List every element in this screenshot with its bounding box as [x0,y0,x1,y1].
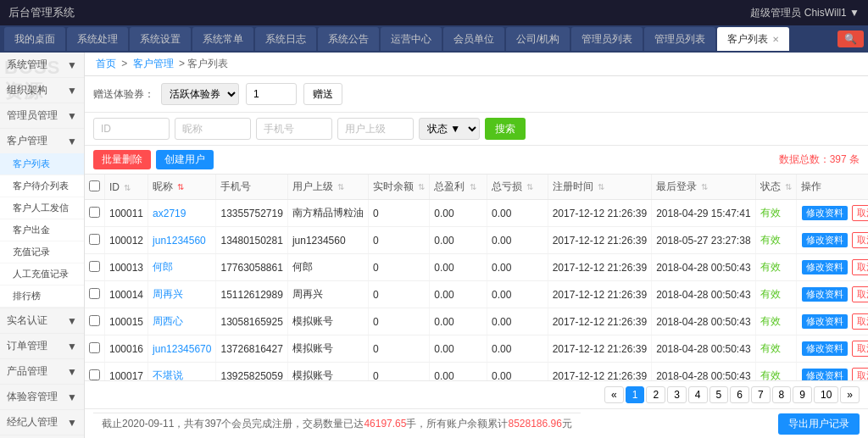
filter-ticket-type[interactable]: 活跃体验券 [161,83,239,105]
cell-phone: 13058165925 [216,308,287,335]
tab-xitongdan[interactable]: 系统常单 [192,27,253,51]
search-status-select[interactable]: 状态 ▼ 有效 无效 [419,118,480,140]
cell-phone: 13480150281 [216,227,287,254]
tab-wodezhuomian[interactable]: 我的桌面 [4,27,65,51]
cancel-rebate-button[interactable]: 取消提现佣金 [852,232,868,248]
filter-reset-button[interactable]: 赠送 [303,83,342,105]
export-button[interactable]: 导出用户记录 [778,413,860,435]
cell-id: 100012 [105,227,148,254]
breadcrumb-customer-mgmt[interactable]: 客户管理 [133,58,174,69]
cell-nickname: jun1234560 [148,227,216,254]
sidebar-item-manual-recharge[interactable]: 人工充值记录 [0,263,84,286]
edit-button[interactable]: 修改资料 [802,260,848,274]
search-phone-input[interactable] [256,118,332,140]
select-all-checkbox[interactable] [89,180,100,191]
tab-xitongsetting[interactable]: 系统设置 [130,27,191,51]
search-button[interactable]: 搜索 [485,118,526,140]
page-5-button[interactable]: 5 [709,386,729,403]
tab-guanliyuan1[interactable]: 管理员列表 [571,27,643,51]
tab-kehulb[interactable]: 客户列表 ✕ [717,27,789,51]
cancel-rebate-button[interactable]: 取消提现佣金 [852,313,868,330]
edit-button[interactable]: 修改资料 [802,287,848,302]
sidebar-group-header-org[interactable]: 组织架构 ▼ [0,78,84,103]
sidebar-group-header-product[interactable]: 产品管理 ▼ [0,359,84,384]
batch-delete-button[interactable]: 批量删除 [93,150,151,169]
search-parent-input[interactable] [337,118,414,140]
sidebar-group-header-customer[interactable]: 客户管理 ▼ [0,129,84,153]
cell-phone: 13726816427 [216,335,287,363]
sidebar-group-header-admin[interactable]: 管理员管理 ▼ [0,103,84,128]
cell-status: 有效 [755,308,796,335]
cell-status: 有效 [755,363,796,381]
sidebar-item-ranking[interactable]: 排行榜 [0,286,84,308]
edit-button[interactable]: 修改资料 [802,206,848,220]
row-checkbox[interactable] [89,315,100,326]
sidebar-group-header-experience[interactable]: 体验容管理 ▼ [0,385,84,409]
cell-loss: 0.00 [487,227,548,254]
edit-button[interactable]: 修改资料 [802,233,848,247]
row-checkbox[interactable] [89,342,100,353]
row-checkbox[interactable] [89,234,100,245]
page-1-button[interactable]: 1 [626,386,645,403]
cell-profit: 0.00 [430,227,487,254]
page-4-button[interactable]: 4 [688,386,708,403]
cell-profit: 0.00 [430,200,487,227]
row-checkbox[interactable] [89,261,100,272]
col-balance: 实时余额 ⇅ [368,175,429,200]
sidebar-item-customer-pending[interactable]: 客户待介列表 [0,175,84,197]
sidebar-item-customer-msg[interactable]: 客户人工发信 [0,197,84,219]
cancel-rebate-button[interactable]: 取消提现佣金 [852,341,868,357]
sidebar-group-header-system[interactable]: 系统管理 ▼ [0,53,84,77]
sidebar-group-product: 产品管理 ▼ [0,359,84,385]
sidebar-item-customer-withdraw[interactable]: 客户出金 [0,219,84,241]
tab-xitongrizhi[interactable]: 系统日志 [255,27,316,51]
cell-actions: 修改资料 取消提现佣金 设置快捷通道 冻结 [796,363,868,381]
row-checkbox[interactable] [89,369,100,380]
tab-xitongchuli[interactable]: 系统处理 [67,27,128,51]
tab-yunying[interactable]: 运营中心 [381,27,442,51]
page-7-button[interactable]: 7 [751,386,771,403]
page-6-button[interactable]: 6 [730,386,749,403]
cancel-rebate-button[interactable]: 取消提现佣金 [852,259,868,275]
sidebar-group-header-broker[interactable]: 经纪人管理 ▼ [0,410,84,435]
edit-button[interactable]: 修改资料 [802,341,848,356]
user-info[interactable]: 超级管理员 ChisWill1 ▼ [750,6,860,20]
cell-nickname: 何郎 [148,254,216,281]
cell-loss: 0.00 [487,308,548,335]
cell-balance: 0 [368,308,429,335]
tab-xitonggg[interactable]: 系统公告 [318,27,379,51]
cancel-rebate-button[interactable]: 取消提现佣金 [852,368,868,380]
cancel-rebate-button[interactable]: 取消提现佣金 [852,286,868,302]
cancel-rebate-button[interactable]: 取消提现佣金 [852,205,868,221]
cell-regtime: 2017-12-12 21:26:39 [548,227,651,254]
row-checkbox[interactable] [89,207,100,218]
tab-search-button[interactable]: 🔍 [837,30,864,47]
edit-button[interactable]: 修改资料 [802,314,848,329]
tab-guanliyuan2[interactable]: 管理员列表 [644,27,715,51]
row-checkbox[interactable] [89,288,100,299]
col-parent: 用户上级 ⇅ [287,175,368,200]
page-8-button[interactable]: 8 [772,386,792,403]
page-2-button[interactable]: 2 [646,386,665,403]
col-regtime: 注册时间 ⇅ [548,175,651,200]
page-10-button[interactable]: 10 [814,386,838,403]
tab-close-icon[interactable]: ✕ [772,35,779,44]
search-id-input[interactable] [93,118,170,140]
search-nickname-input[interactable] [175,118,251,140]
filter-ticket-count[interactable] [246,83,297,105]
tab-huiyuan[interactable]: 会员单位 [443,27,504,51]
sidebar-item-recharge-records[interactable]: 充值记录 [0,241,84,263]
page-prev-button[interactable]: « [604,386,624,403]
sidebar-group-system: 系统管理 ▼ [0,53,84,78]
sidebar-group-customer: 客户管理 ▼ 客户列表 客户待介列表 客户人工发信 客户出金 充值记录 人工充值… [0,129,84,308]
breadcrumb-home[interactable]: 首页 [96,58,116,69]
sidebar-group-header-order[interactable]: 订单管理 ▼ [0,334,84,358]
add-user-button[interactable]: 创建用户 [156,150,214,169]
tab-company[interactable]: 公司/机构 [506,27,570,51]
sidebar-item-customer-list[interactable]: 客户列表 [0,153,84,175]
sidebar-group-header-realname[interactable]: 实名认证 ▼ [0,308,84,333]
page-9-button[interactable]: 9 [793,386,812,403]
page-3-button[interactable]: 3 [667,386,687,403]
page-next-button[interactable]: » [840,386,860,403]
edit-button[interactable]: 修改资料 [802,369,848,380]
